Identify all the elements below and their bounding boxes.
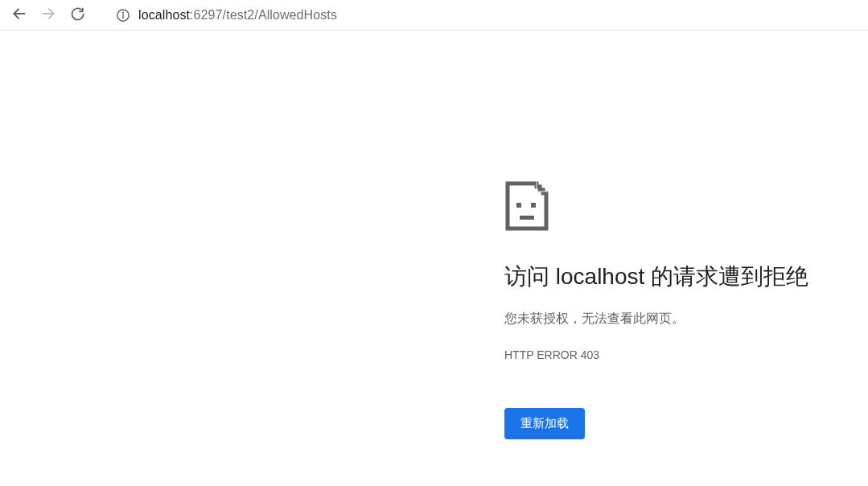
reload-icon xyxy=(70,6,85,24)
error-subtitle: 您未获授权，无法查看此网页。 xyxy=(504,311,842,327)
error-block: 访问 localhost 的请求遭到拒绝 您未获授权，无法查看此网页。 HTTP… xyxy=(504,180,842,439)
error-code: HTTP ERROR 403 xyxy=(504,348,842,361)
reload-toolbar-button[interactable] xyxy=(64,2,90,28)
svg-point-4 xyxy=(123,12,124,13)
error-title-post: 的请求遭到拒绝 xyxy=(644,264,808,289)
page-content: 访问 localhost 的请求遭到拒绝 您未获授权，无法查看此网页。 HTTP… xyxy=(0,31,868,486)
svg-rect-6 xyxy=(531,203,536,208)
reload-button[interactable]: 重新加载 xyxy=(504,408,585,439)
svg-rect-5 xyxy=(516,203,521,208)
arrow-right-icon xyxy=(40,6,56,24)
back-button[interactable] xyxy=(6,2,32,28)
error-title-pre: 访问 xyxy=(504,264,556,289)
forward-button[interactable] xyxy=(35,2,61,28)
url-text: localhost:6297/test2/AllowedHosts xyxy=(138,8,337,23)
url-path: :6297/test2/AllowedHosts xyxy=(190,8,337,22)
browser-toolbar: localhost:6297/test2/AllowedHosts xyxy=(0,0,868,31)
svg-rect-7 xyxy=(520,216,534,220)
arrow-left-icon xyxy=(11,6,27,24)
error-title-host: localhost xyxy=(556,264,645,289)
error-title: 访问 localhost 的请求遭到拒绝 xyxy=(504,262,842,291)
address-bar[interactable]: localhost:6297/test2/AllowedHosts xyxy=(108,3,862,27)
sad-page-icon xyxy=(504,180,842,235)
site-info-icon[interactable] xyxy=(116,8,130,23)
url-host: localhost xyxy=(138,8,190,22)
